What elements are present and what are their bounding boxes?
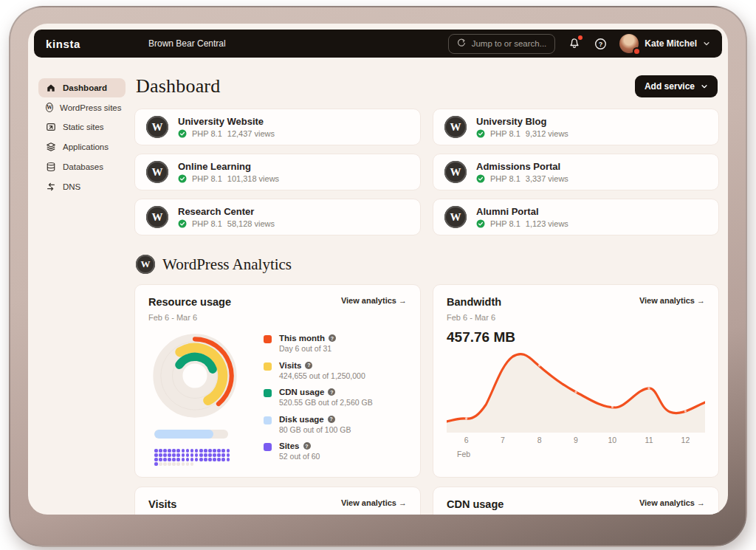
- legend-item-cdn-usage: CDN usage? 520.55 GB out of 2,560 GB: [264, 388, 407, 407]
- help-icon[interactable]: ?: [328, 388, 335, 396]
- site-dot: [195, 449, 199, 453]
- site-dot: [221, 449, 225, 453]
- wordpress-analytics-heading: W WordPress Analytics: [136, 255, 718, 274]
- wordpress-logo: W: [136, 255, 155, 274]
- user-menu[interactable]: Kate Mitchel: [619, 34, 710, 53]
- php-version: PHP 8.1: [490, 129, 520, 138]
- resource-usage-card: Resource usage View analytics → Feb 6 - …: [134, 284, 421, 478]
- site-dot: [168, 462, 171, 466]
- site-dot: [186, 458, 190, 461]
- notifications-bell-icon[interactable]: [568, 37, 581, 50]
- site-card-research-center[interactable]: W Research Center PHP 8.1 58,128 views: [134, 199, 421, 236]
- databases-icon: [46, 162, 56, 172]
- site-dot: [213, 458, 216, 461]
- site-dot: [186, 453, 190, 457]
- home-icon: [46, 83, 56, 93]
- sidebar-item-static-sites[interactable]: Static sites: [38, 117, 126, 137]
- site-dot: [204, 449, 207, 453]
- site-card-online-learning[interactable]: W Online Learning PHP 8.1 101,318 views: [134, 154, 421, 190]
- legend-item-visits: Visits? 424,655 out of 1,250,000: [264, 361, 407, 380]
- view-analytics-link[interactable]: View analytics →: [639, 498, 705, 507]
- site-dot: [154, 462, 158, 466]
- site-card-admissions-portal[interactable]: W Admissions Portal PHP 8.1 3,337 views: [433, 154, 719, 190]
- avatar: [619, 34, 639, 53]
- site-dot: [159, 458, 162, 461]
- wordpress-logo: W: [146, 161, 168, 183]
- main-content: Dashboard Add service W University Websi…: [130, 63, 728, 515]
- site-dot: [154, 449, 158, 453]
- site-dot: [176, 449, 180, 453]
- search-shortcut-icon: [457, 37, 466, 50]
- site-dot: [154, 453, 158, 457]
- site-dot: [208, 449, 212, 453]
- card-title: CDN usage: [447, 498, 504, 510]
- site-dot: [159, 453, 162, 457]
- site-dot: [182, 449, 185, 453]
- wordpress-logo: W: [444, 161, 467, 183]
- site-dot: [217, 453, 221, 457]
- site-views: 12,437 views: [227, 129, 275, 138]
- sidebar-item-applications[interactable]: Applications: [38, 137, 126, 157]
- card-title: Bandwidth: [447, 296, 501, 308]
- site-dot: [172, 449, 176, 453]
- php-version: PHP 8.1: [490, 219, 520, 228]
- site-dot: [213, 453, 216, 457]
- view-analytics-link[interactable]: View analytics →: [639, 296, 705, 305]
- kinsta-logo[interactable]: kinsta: [46, 38, 80, 50]
- x-axis-month: Feb: [457, 450, 705, 458]
- date-range: Feb 6 - Mar 6: [148, 313, 407, 322]
- site-dot: [195, 453, 199, 457]
- site-dot: [163, 453, 167, 457]
- card-title: Resource usage: [148, 296, 231, 308]
- wordpress-logo: W: [444, 206, 467, 228]
- site-dot: [159, 462, 162, 466]
- site-dot: [182, 458, 185, 461]
- site-dot: [227, 453, 230, 457]
- status-ok-icon: [178, 129, 187, 138]
- site-dot: [168, 453, 171, 457]
- view-analytics-link[interactable]: View analytics →: [341, 296, 407, 305]
- sidebar-item-dns[interactable]: DNS: [38, 177, 126, 196]
- search-placeholder: Jump to or search...: [472, 39, 547, 48]
- card-title: Visits: [148, 498, 176, 510]
- x-axis-labels: 6 7 8 9 10 11 12: [447, 436, 705, 447]
- help-icon[interactable]: ?: [594, 37, 607, 50]
- help-icon[interactable]: ?: [305, 362, 312, 369]
- svg-text:?: ?: [599, 40, 602, 47]
- site-views: 9,312 views: [526, 129, 568, 138]
- site-dot: [172, 458, 176, 461]
- site-dot: [176, 458, 180, 461]
- applications-icon: [46, 142, 56, 152]
- help-icon[interactable]: ?: [303, 442, 311, 450]
- wordpress-logo: W: [146, 206, 168, 228]
- search-input[interactable]: Jump to or search...: [448, 34, 556, 54]
- view-analytics-link[interactable]: View analytics →: [341, 498, 407, 507]
- site-dot: [182, 462, 185, 466]
- add-service-button[interactable]: Add service: [635, 75, 718, 97]
- site-dot: [186, 462, 190, 466]
- site-dot: [163, 462, 167, 466]
- site-dot: [168, 458, 171, 461]
- wordpress-icon: W: [46, 103, 53, 112]
- wordpress-logo: W: [444, 116, 467, 138]
- php-version: PHP 8.1: [192, 174, 222, 183]
- sidebar-item-wordpress-sites[interactable]: W WordPress sites: [38, 98, 126, 117]
- php-version: PHP 8.1: [192, 129, 222, 138]
- site-views: 58,128 views: [227, 219, 275, 228]
- sidebar-item-databases[interactable]: Databases: [38, 157, 126, 176]
- help-icon[interactable]: ?: [328, 416, 335, 423]
- site-card-alumni-portal[interactable]: W Alumni Portal PHP 8.1 1,123 views: [433, 199, 719, 236]
- sidebar-item-dashboard[interactable]: Dashboard: [38, 78, 126, 97]
- site-dot: [221, 453, 225, 457]
- workspace-name[interactable]: Brown Bear Central: [148, 38, 226, 49]
- help-icon[interactable]: ?: [329, 334, 336, 342]
- site-dot: [182, 453, 185, 457]
- site-card-university-website[interactable]: W University Website PHP 8.1 12,437 view…: [134, 109, 421, 145]
- cdn-usage-card: CDN usage View analytics → Feb 6 - Mar 6: [433, 487, 719, 515]
- site-card-university-blog[interactable]: W University Blog PHP 8.1 9,312 views: [433, 109, 719, 145]
- site-dot: [208, 458, 212, 461]
- site-dot: [186, 449, 190, 453]
- site-dot: [199, 449, 203, 453]
- chevron-down-icon: [703, 40, 710, 47]
- site-dot: [190, 453, 194, 457]
